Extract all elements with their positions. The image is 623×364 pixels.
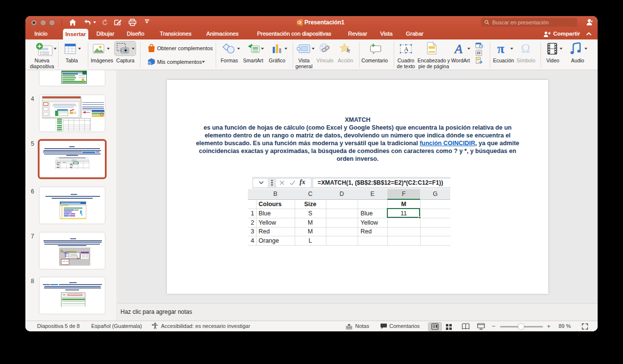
svg-text:π: π: [497, 43, 504, 55]
svg-text:A: A: [404, 45, 409, 53]
svg-text:Ω: Ω: [521, 43, 530, 55]
svg-text:A: A: [454, 42, 462, 55]
